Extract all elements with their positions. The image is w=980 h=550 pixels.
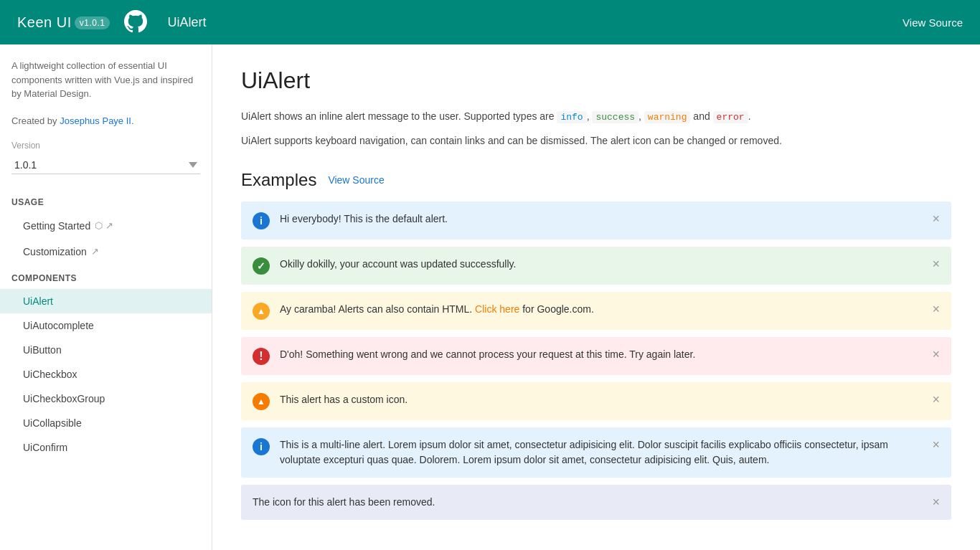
- alert-info: i Hi everybody! This is the default aler…: [241, 201, 951, 240]
- content-area: UiAlert UiAlert shows an inline alert me…: [212, 44, 980, 550]
- created-prefix: Created by: [11, 115, 60, 126]
- sidebar-item-uicheckboxgroup[interactable]: UiCheckboxGroup: [0, 387, 212, 411]
- examples-view-source-link[interactable]: View Source: [328, 174, 384, 186]
- desc2: UiAlert supports keyboard navigation, ca…: [241, 133, 951, 150]
- external-icon-symbol: ↗: [105, 220, 113, 231]
- version-select[interactable]: 1.0.1: [11, 156, 200, 174]
- getting-started-label: Getting Started: [23, 220, 90, 232]
- alert-warning-link[interactable]: Click here: [475, 303, 519, 315]
- examples-title: Examples: [241, 170, 316, 190]
- alert-no-icon-close[interactable]: ×: [932, 496, 940, 508]
- examples-header: Examples View Source: [241, 170, 951, 190]
- alert-info-icon: i: [253, 212, 270, 229]
- brand: Keen UIv1.0.1: [17, 10, 147, 35]
- external-link-icon: ⬡: [95, 220, 103, 231]
- alert-custom-body: This alert has a custom icon.: [280, 392, 925, 407]
- customization-label: Customization: [23, 246, 87, 257]
- desc1-prefix: UiAlert shows an inline alert message to…: [241, 110, 557, 122]
- alert-multiline-icon: i: [253, 438, 270, 455]
- code-info: info: [557, 111, 586, 123]
- and-text: and: [690, 110, 712, 122]
- alert-warning: ▲ Ay caramba! Alerts can also contain HT…: [241, 292, 951, 330]
- alert-success-body: Okilly dokilly, your account was updated…: [280, 257, 925, 272]
- alert-multiline-close[interactable]: ×: [932, 438, 940, 451]
- brand-name: Keen UI: [17, 14, 72, 30]
- alert-custom-close[interactable]: ×: [932, 393, 940, 406]
- code-warning: warning: [644, 111, 691, 123]
- alert-info-body: Hi everybody! This is the default alert.: [280, 212, 925, 227]
- alert-custom-icon: ▲: [253, 393, 270, 410]
- components-section-label: Components: [0, 265, 212, 289]
- main-layout: A lightweight collection of essential UI…: [0, 44, 980, 550]
- alert-success-icon: ✓: [253, 257, 270, 275]
- created-suffix: .: [131, 115, 134, 126]
- page-title: UiAlert: [241, 67, 951, 94]
- usage-section-label: Usage: [0, 189, 212, 213]
- sidebar-item-uibutton[interactable]: UiButton: [0, 338, 212, 362]
- alert-warning-body: Ay caramba! Alerts can also contain HTML…: [280, 302, 925, 317]
- alert-warning-icon: ▲: [253, 303, 270, 320]
- alert-error: ! D'oh! Something went wrong and we cann…: [241, 337, 951, 375]
- version-badge: v1.0.1: [75, 16, 110, 29]
- desc1: UiAlert shows an inline alert message to…: [241, 108, 951, 125]
- sidebar-item-uiautocomplete[interactable]: UiAutocomplete: [0, 313, 212, 338]
- desc1-suffix: .: [748, 110, 751, 122]
- sidebar-created: Created by Josephus Paye II.: [0, 113, 212, 138]
- sidebar-item-uicheckbox[interactable]: UiCheckbox: [0, 362, 212, 387]
- sidebar: A lightweight collection of essential UI…: [0, 44, 212, 550]
- alert-error-body: D'oh! Something went wrong and we cannot…: [280, 347, 925, 362]
- alert-no-icon-body: The icon for this alert has been removed…: [253, 495, 925, 510]
- header-view-source-link[interactable]: View Source: [903, 16, 963, 29]
- sidebar-intro: A lightweight collection of essential UI…: [0, 59, 212, 113]
- alert-warning-close[interactable]: ×: [932, 303, 940, 316]
- header: Keen UIv1.0.1 UiAlert View Source: [0, 0, 980, 44]
- header-component-name: UiAlert: [167, 15, 206, 30]
- external-icon-symbol2: ↗: [91, 246, 99, 257]
- alert-multiline: i This is a multi-line alert. Lorem ipsu…: [241, 427, 951, 478]
- sidebar-item-uiconfirm[interactable]: UiConfirm: [0, 435, 212, 460]
- alert-custom: ▲ This alert has a custom icon. ×: [241, 382, 951, 420]
- github-icon[interactable]: [118, 10, 147, 35]
- sidebar-item-uicollapsible[interactable]: UiCollapsible: [0, 411, 212, 435]
- alert-info-close[interactable]: ×: [932, 212, 940, 225]
- version-label: Version: [0, 138, 212, 153]
- alert-error-icon: !: [253, 348, 270, 365]
- alert-multiline-body: This is a multi-line alert. Lorem ipsum …: [280, 437, 925, 468]
- sidebar-item-uialert[interactable]: UiAlert: [0, 289, 212, 313]
- code-error: error: [713, 111, 748, 123]
- comma2: ,: [639, 110, 644, 122]
- sidebar-intro-text: A lightweight collection of essential UI…: [11, 60, 193, 99]
- alert-no-icon: The icon for this alert has been removed…: [241, 485, 951, 520]
- brand-title: Keen UIv1.0.1: [17, 14, 110, 31]
- code-success: success: [592, 111, 639, 123]
- alert-success-close[interactable]: ×: [932, 257, 940, 270]
- sidebar-item-customization[interactable]: Customization ↗: [0, 239, 212, 265]
- alert-error-close[interactable]: ×: [932, 348, 940, 361]
- sidebar-item-getting-started[interactable]: Getting Started ⬡ ↗: [0, 213, 212, 239]
- created-by-link[interactable]: Josephus Paye II: [60, 115, 131, 126]
- alert-success: ✓ Okilly dokilly, your account was updat…: [241, 247, 951, 285]
